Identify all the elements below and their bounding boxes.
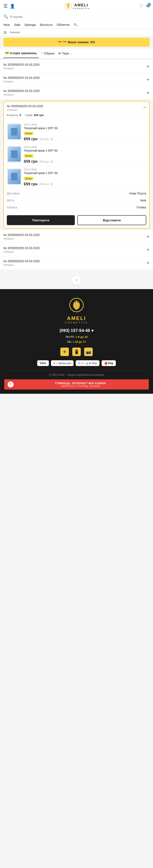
order-row-1[interactable]: № 3255056253 03.03.2020 Успішно + — [0, 60, 153, 73]
product-item-1: HOLYLAND Тонуючий крем з SPF 50 30 мл 65… — [7, 121, 146, 144]
tab-order-history[interactable]: 💳 Історія замовлень — [3, 49, 39, 58]
product-qty-1: 1 — [51, 137, 53, 141]
expanded-order-number: № 3255056253 03.03.2020 — [7, 104, 43, 108]
product-qty-3: 1 — [51, 182, 53, 186]
detail-row-city: Місто Київ — [7, 197, 146, 204]
user-icon[interactable]: 👤 — [10, 4, 15, 9]
order-row-6[interactable]: № 3255056253 03.03.2020 Успішно + — [0, 243, 153, 256]
orders-after-list: № 3255056253 03.03.2020 Успішно + № 3255… — [0, 230, 153, 270]
tab-history-icon: 💳 — [5, 51, 9, 55]
repeat-order-button[interactable]: Повторити — [7, 215, 75, 225]
product-prices-2: 659 грн 750 грн 1 — [24, 159, 146, 164]
logo-icon — [65, 3, 72, 10]
order-row-7[interactable]: № 3255056253 03.03.2020 Успішно + — [0, 256, 153, 270]
product-img-inner-2 — [8, 147, 21, 162]
expanded-order-status: Успішно — [7, 108, 43, 112]
order-row-2[interactable]: № 3255056253 03.03.2020 Успішно + — [0, 73, 153, 86]
product-volume-3: 30 мл — [24, 177, 33, 180]
order-row-3[interactable]: № 3255056253 03.03.2020 Успішно + — [0, 86, 153, 99]
product-details-3: HOLYLAND Тонуючий крем з SPF 50 30 мл 65… — [24, 168, 146, 186]
product-price-1: 659 грн — [24, 137, 37, 141]
order-status-6: Успішно — [3, 250, 147, 253]
discount-banner[interactable]: 💳 Ваша знижка: 5% — [3, 38, 150, 46]
search-input[interactable] — [10, 15, 150, 19]
order-expand-7[interactable]: + — [147, 260, 150, 266]
order-info-6: № 3255056253 03.03.2020 Успішно — [3, 246, 147, 253]
product-img-inner-3 — [8, 169, 21, 184]
search-icon: 🔍 — [3, 14, 8, 19]
product-price-2: 659 грн — [24, 159, 37, 164]
glyanets-subtitle: МАРКЕТИНГ, СУПРОВІД, РЕКЛАМА — [16, 385, 145, 388]
product-volume-1: 30 мл — [24, 132, 33, 135]
tab-viewed[interactable]: 👁 Пере... — [56, 49, 73, 58]
apay-payment: 🍎 Pay — [102, 360, 116, 366]
order-expand-6[interactable]: + — [147, 247, 150, 252]
order-expand-3[interactable]: + — [147, 90, 150, 95]
order-info-2: № 3255056253 03.03.2020 Успішно — [3, 76, 147, 83]
order-expand-2[interactable]: + — [147, 77, 150, 82]
phone-dropdown-icon: ▾ — [92, 328, 94, 333]
footer-hours-weekday: ПН-ПТ: з 9 до 18 — [4, 335, 149, 339]
product-price-old-1: 750 грн — [39, 137, 49, 141]
product-price-old-2: 750 грн — [39, 160, 49, 163]
product-name-1: Тонуючий крем з SPF 50 — [24, 126, 146, 130]
product-details-2: HOLYLAND Тонуючий крем з SPF 50 30 мл 65… — [24, 146, 146, 164]
glyanets-title: ГЛЯНЕЦЬ: ІНТЕРНЕТ-МАГАЗИНИ — [16, 382, 145, 385]
scroll-top-button[interactable]: ↑ — [72, 276, 81, 285]
hamburger-icon[interactable]: ☰ — [3, 3, 8, 9]
product-image-1 — [7, 123, 22, 140]
product-item-3: HOLYLAND Тонуючий крем з SPF 50 30 мл 65… — [7, 166, 146, 188]
order-details: Доставка Нова Пошта Місто Київ Оплата Го… — [7, 189, 146, 212]
viber-button[interactable]: 📱 — [72, 348, 81, 356]
nav-item-brands[interactable]: Бренди — [25, 21, 36, 29]
nav-item-hair[interactable]: Волосся — [40, 21, 52, 29]
footer-hours-saturday: СБ: з 10 до 17 — [4, 339, 149, 344]
nav-bar: New Sale Бренди Волосся Обличчя Ті... — [0, 21, 153, 29]
product-prices-3: 659 грн 750 грн 1 — [24, 182, 146, 186]
glyanets-g-logo: Г — [8, 381, 14, 388]
logo-area[interactable]: AMELI COSMETICS — [65, 3, 90, 10]
footer-payments: VISA ●● Mastercard Google Pay 🍎 Pay — [4, 360, 149, 366]
order-status-5: Успішно — [3, 237, 147, 240]
order-number-2: № 3255056253 03.03.2020 — [3, 76, 147, 80]
breadcrumb: 🏠 › Каталог — [0, 29, 153, 36]
product-prices-1: 659 грн 750 грн 1 — [24, 137, 146, 141]
detail-value-payment: Готівка — [137, 206, 146, 209]
expanded-order-header: № 3255056253 03.03.2020 Успішно − — [7, 104, 146, 112]
search-bar: 🔍 — [0, 12, 153, 21]
telegram-button[interactable]: ✈ — [60, 348, 69, 356]
order-expand-1[interactable]: + — [147, 64, 150, 69]
product-image-2 — [7, 146, 22, 163]
order-collapse-icon[interactable]: − — [143, 104, 146, 111]
product-brand-2: HOLYLAND — [24, 146, 146, 148]
order-number-7: № 3255056253 03.03.2020 — [3, 259, 147, 263]
order-expand-5[interactable]: + — [147, 234, 150, 239]
product-brand-3: HOLYLAND — [24, 168, 146, 171]
order-status-3: Успішно — [3, 93, 147, 96]
detail-row-payment: Оплата Готівка — [7, 204, 146, 211]
track-order-button[interactable]: Відстежити — [77, 215, 146, 225]
order-number-1: № 3255056253 03.03.2020 — [3, 63, 147, 66]
instagram-button[interactable]: 📷 — [84, 348, 93, 356]
product-face-3 — [11, 173, 18, 181]
product-volume-2: 30 мл — [24, 154, 33, 158]
detail-label-delivery: Доставка — [7, 192, 20, 195]
tab-favorites[interactable]: ♡ Обране — [39, 49, 56, 58]
logo-text-area: AMELI COSMETICS — [73, 3, 90, 9]
order-number-3: № 3255056253 03.03.2020 — [3, 89, 147, 93]
wishlist-icon[interactable]: ♡ — [139, 4, 143, 9]
order-row-5[interactable]: № 3255056253 03.03.2020 Успішно + — [0, 230, 153, 243]
nav-item-new[interactable]: New — [3, 21, 10, 29]
footer-copyright: © 2023 Ameli – продаж професійної космет… — [4, 370, 149, 376]
product-price-3: 659 грн — [24, 182, 37, 186]
nav-item-sale[interactable]: Sale — [14, 21, 20, 29]
glyanets-banner[interactable]: Г ГЛЯНЕЦЬ: ІНТЕРНЕТ-МАГАЗИНИ МАРКЕТИНГ, … — [4, 379, 149, 390]
footer-phone[interactable]: (093) 157-54-48 ▾ — [4, 328, 149, 333]
nav-item-more[interactable]: Ті... — [74, 21, 79, 29]
discount-text: Ваша знижка: 5% — [68, 40, 95, 44]
cart-icon-wrap[interactable]: 🛍 3 — [146, 4, 150, 8]
home-icon[interactable]: 🏠 — [3, 31, 7, 34]
breadcrumb-current: Каталог — [10, 31, 20, 34]
nav-item-face[interactable]: Обличчя — [56, 21, 69, 29]
header-right: ♡ 🛍 3 — [139, 4, 150, 9]
